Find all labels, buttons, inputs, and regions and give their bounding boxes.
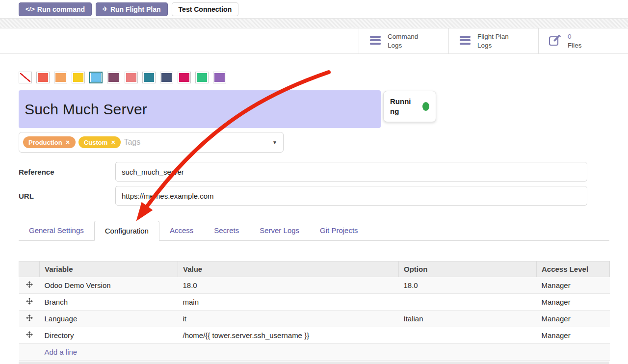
swatch-fill bbox=[38, 73, 48, 82]
stat-buttons: CommandLogsFlight PlanLogs0Files bbox=[359, 28, 628, 53]
color-swatch-yellow[interactable] bbox=[72, 72, 85, 83]
tag-remove-icon[interactable]: ✕ bbox=[111, 139, 115, 146]
run-command-button[interactable]: </> Run command bbox=[19, 2, 92, 16]
drag-handle-icon[interactable] bbox=[19, 277, 40, 294]
color-swatch-green[interactable] bbox=[195, 72, 209, 83]
test-connection-label: Test Connection bbox=[179, 5, 232, 13]
color-swatch-teal[interactable] bbox=[142, 72, 156, 83]
color-swatch-magenta[interactable] bbox=[178, 72, 191, 83]
stat-button-label: CommandLogs bbox=[388, 32, 418, 50]
handle-column-header bbox=[19, 261, 40, 277]
color-swatch-dark-purple[interactable] bbox=[107, 72, 120, 83]
cell-access[interactable]: Manager bbox=[537, 327, 610, 344]
cell-value[interactable]: it bbox=[178, 311, 399, 327]
cell-option[interactable] bbox=[399, 294, 537, 311]
swatch-fill bbox=[126, 73, 136, 82]
menu-icon bbox=[459, 35, 471, 48]
table-row[interactable]: LanguageitItalianManager bbox=[19, 311, 610, 327]
cell-access[interactable]: Manager bbox=[537, 311, 610, 327]
title-field[interactable]: Such Much Server bbox=[19, 90, 381, 128]
tags-placeholder: Tags bbox=[124, 138, 140, 147]
status-card: Running bbox=[383, 91, 436, 122]
tag-production[interactable]: Production✕ bbox=[23, 136, 76, 148]
swatch-fill bbox=[73, 73, 83, 82]
color-swatch-light-blue[interactable] bbox=[89, 72, 103, 83]
field-label-reference: Reference bbox=[19, 168, 115, 176]
add-line-handle-spacer bbox=[19, 344, 40, 361]
swatch-fill bbox=[108, 73, 119, 82]
column-header-access-level: Access Level bbox=[537, 261, 610, 277]
cell-variable[interactable]: Language bbox=[40, 311, 178, 327]
menu-icon bbox=[369, 35, 382, 48]
tag-remove-icon[interactable]: ✕ bbox=[66, 139, 70, 146]
color-swatch-salmon[interactable] bbox=[125, 72, 138, 83]
tags-field[interactable]: Production✕Custom✕ Tags ▼ bbox=[19, 132, 284, 153]
divider-band bbox=[0, 18, 628, 28]
tab-access[interactable]: Access bbox=[159, 221, 204, 240]
column-header-value: Value bbox=[178, 261, 399, 277]
tab-configuration[interactable]: Configuration bbox=[94, 221, 159, 241]
status-label: Running bbox=[390, 97, 412, 117]
test-connection-button[interactable]: Test Connection bbox=[172, 2, 239, 16]
stat-button-label: 0Files bbox=[568, 32, 582, 50]
add-line-row: Add a line bbox=[19, 344, 610, 361]
cell-option[interactable] bbox=[399, 327, 537, 344]
run-flight-plan-label: Run Flight Plan bbox=[110, 5, 161, 13]
form-sheet: Such Much Server Running Production✕Cust… bbox=[0, 72, 628, 364]
table-body: Odoo Demo Version18.018.0ManagerBranchma… bbox=[19, 277, 610, 361]
cell-variable[interactable]: Odoo Demo Version bbox=[40, 277, 178, 294]
add-a-line-link[interactable]: Add a line bbox=[45, 348, 78, 356]
tag-custom[interactable]: Custom✕ bbox=[78, 136, 121, 148]
swatch-fill bbox=[20, 73, 30, 82]
tab-secrets[interactable]: Secrets bbox=[204, 221, 249, 240]
status-dot bbox=[422, 102, 429, 111]
stat-button-label: Flight PlanLogs bbox=[477, 32, 509, 50]
stat-button-command-logs[interactable]: CommandLogs bbox=[359, 28, 448, 53]
drag-handle-icon[interactable] bbox=[19, 327, 40, 344]
table-row[interactable]: Odoo Demo Version18.018.0Manager bbox=[19, 277, 610, 294]
color-swatches bbox=[19, 72, 609, 83]
cell-option[interactable]: 18.0 bbox=[399, 277, 537, 294]
tab-git-projects[interactable]: Git Projects bbox=[310, 221, 368, 240]
cell-value[interactable]: main bbox=[178, 294, 399, 311]
form-fields: ReferenceURL bbox=[19, 162, 609, 206]
edit-icon bbox=[549, 34, 562, 48]
cell-access[interactable]: Manager bbox=[537, 277, 610, 294]
table-bottom-strip bbox=[19, 362, 609, 364]
cell-variable[interactable]: Directory bbox=[40, 327, 178, 344]
color-swatch-orange[interactable] bbox=[54, 72, 67, 83]
color-swatch-purple[interactable] bbox=[213, 72, 226, 83]
table-row[interactable]: Directory/home/{{ tower.server.ssh_usern… bbox=[19, 327, 610, 344]
drag-handle-icon[interactable] bbox=[19, 311, 40, 327]
cell-value[interactable]: /home/{{ tower.server.ssh_username }} bbox=[178, 327, 399, 344]
stat-button-files[interactable]: 0Files bbox=[538, 28, 628, 53]
swatch-fill bbox=[179, 73, 189, 82]
page-title: Such Much Server bbox=[25, 101, 147, 118]
table-row[interactable]: BranchmainManager bbox=[19, 294, 610, 311]
color-swatch-dark-blue[interactable] bbox=[160, 72, 173, 83]
tab-bar: General SettingsConfigurationAccessSecre… bbox=[19, 221, 609, 241]
color-swatch-no-color[interactable] bbox=[19, 72, 32, 83]
drag-handle-icon[interactable] bbox=[19, 294, 40, 311]
cell-value[interactable]: 18.0 bbox=[178, 277, 399, 294]
top-action-bar: </> Run command ✈ Run Flight Plan Test C… bbox=[0, 0, 628, 18]
stat-button-flight-plan-logs[interactable]: Flight PlanLogs bbox=[448, 28, 538, 53]
color-swatch-red[interactable] bbox=[36, 72, 50, 83]
reference-input[interactable] bbox=[115, 162, 587, 182]
run-flight-plan-button[interactable]: ✈ Run Flight Plan bbox=[96, 2, 168, 16]
chevron-down-icon[interactable]: ▼ bbox=[272, 140, 277, 145]
cell-access[interactable]: Manager bbox=[537, 294, 610, 311]
table-header: VariableValueOptionAccess Level bbox=[19, 261, 610, 277]
tab-general-settings[interactable]: General Settings bbox=[19, 221, 94, 240]
title-row: Such Much Server Running bbox=[19, 90, 609, 128]
swatch-fill bbox=[161, 73, 172, 82]
cell-option[interactable]: Italian bbox=[399, 311, 537, 327]
cell-variable[interactable]: Branch bbox=[40, 294, 178, 311]
field-label-url: URL bbox=[19, 192, 115, 200]
variables-table: VariableValueOptionAccess Level Odoo Dem… bbox=[19, 261, 610, 361]
url-input[interactable] bbox=[115, 186, 587, 206]
swatch-fill bbox=[197, 73, 207, 82]
plane-icon: ✈ bbox=[103, 5, 108, 13]
tab-server-logs[interactable]: Server Logs bbox=[249, 221, 310, 240]
control-strip: CommandLogsFlight PlanLogs0Files bbox=[0, 28, 628, 54]
